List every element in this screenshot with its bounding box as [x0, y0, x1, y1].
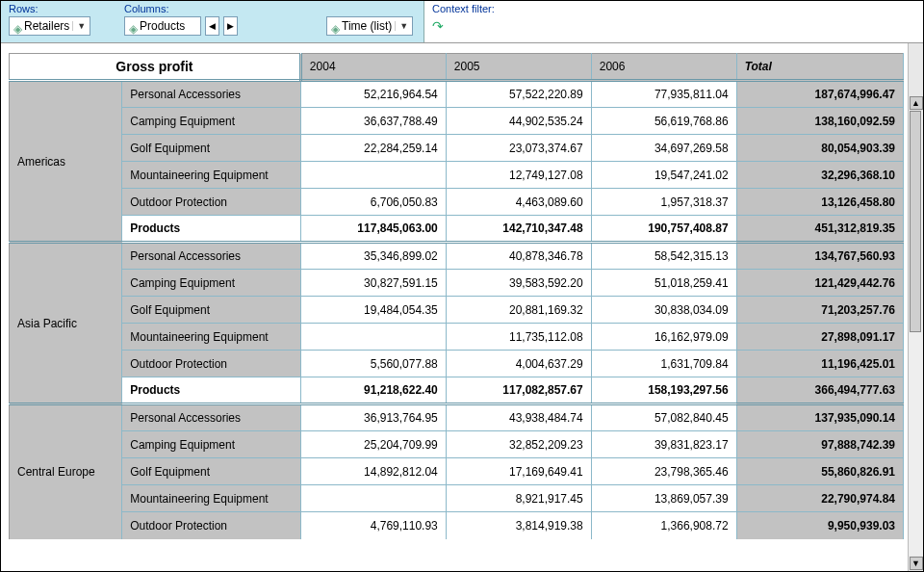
data-cell[interactable]: 8,921,917.45: [446, 485, 591, 512]
data-cell[interactable]: 14,892,812.04: [300, 458, 446, 485]
data-cell[interactable]: 4,769,110.93: [300, 512, 446, 539]
chevron-down-icon[interactable]: ▼: [72, 21, 86, 31]
data-cell[interactable]: [300, 485, 446, 512]
row-header[interactable]: Golf Equipment: [122, 135, 301, 162]
data-cell[interactable]: 4,004,637.29: [446, 351, 591, 377]
data-cell[interactable]: 34,697,269.58: [591, 135, 736, 162]
chevron-down-icon[interactable]: ▼: [395, 21, 408, 31]
row-total[interactable]: 97,888,742.39: [736, 431, 903, 458]
data-cell[interactable]: 39,583,592.20: [446, 270, 591, 297]
rows-pill-retailers[interactable]: ◈ Retailers ▼: [9, 16, 90, 36]
subtotal-cell[interactable]: 158,193,297.56: [591, 377, 736, 404]
data-cell[interactable]: [300, 162, 446, 189]
data-cell[interactable]: 5,560,077.88: [300, 351, 446, 377]
region-header[interactable]: Central Europe: [10, 404, 122, 539]
scrollbar-thumb[interactable]: [910, 111, 921, 332]
data-cell[interactable]: 39,831,823.17: [591, 431, 736, 458]
row-header[interactable]: Outdoor Protection: [122, 351, 301, 377]
data-cell[interactable]: 1,957,318.37: [591, 189, 736, 216]
row-total[interactable]: 55,860,826.91: [736, 458, 903, 485]
row-header[interactable]: Camping Equipment: [122, 108, 301, 135]
row-header[interactable]: Golf Equipment: [122, 458, 301, 485]
col-header[interactable]: 2005: [446, 54, 591, 81]
row-header[interactable]: Camping Equipment: [122, 431, 301, 458]
row-total[interactable]: 134,767,560.93: [736, 243, 903, 270]
scroll-up-icon[interactable]: ▲: [910, 96, 923, 110]
data-cell[interactable]: 58,542,315.13: [591, 243, 736, 270]
data-cell[interactable]: 20,881,169.32: [446, 297, 591, 324]
data-cell[interactable]: 32,852,209.23: [446, 431, 591, 458]
data-cell[interactable]: 11,735,112.08: [446, 324, 591, 351]
data-cell[interactable]: 12,749,127.08: [446, 162, 591, 189]
row-total[interactable]: 13,126,458.80: [736, 189, 903, 216]
data-cell[interactable]: [300, 324, 446, 351]
subtotal-cell[interactable]: 91,218,622.40: [300, 377, 446, 404]
data-cell[interactable]: 30,827,591.15: [300, 270, 446, 297]
row-total[interactable]: 138,160,092.59: [736, 108, 903, 135]
subtotal-cell[interactable]: 117,082,857.67: [446, 377, 591, 404]
data-cell[interactable]: 57,082,840.45: [591, 404, 736, 431]
data-cell[interactable]: 19,547,241.02: [591, 162, 736, 189]
scroll-down-icon[interactable]: ▼: [910, 557, 923, 570]
row-header[interactable]: Personal Accessories: [122, 81, 301, 108]
row-total[interactable]: 32,296,368.10: [736, 162, 903, 189]
subtotal-label[interactable]: Products: [122, 216, 301, 243]
subtotal-cell[interactable]: 142,710,347.48: [446, 216, 591, 243]
row-header[interactable]: Outdoor Protection: [122, 189, 301, 216]
vertical-scrollbar[interactable]: ▲ ▼: [908, 43, 923, 571]
row-header[interactable]: Outdoor Protection: [122, 512, 301, 539]
data-cell[interactable]: 56,619,768.86: [591, 108, 736, 135]
data-cell[interactable]: 44,902,535.24: [446, 108, 591, 135]
data-cell[interactable]: 36,637,788.49: [300, 108, 446, 135]
cols-pill-products[interactable]: ◈ Products: [124, 16, 201, 36]
data-cell[interactable]: 52,216,964.54: [300, 81, 446, 108]
data-cell[interactable]: 35,346,899.02: [300, 243, 446, 270]
subtotal-total[interactable]: 366,494,777.63: [736, 377, 903, 404]
row-total[interactable]: 71,203,257.76: [736, 297, 903, 324]
data-cell[interactable]: 57,522,220.89: [446, 81, 591, 108]
row-total[interactable]: 137,935,090.14: [736, 404, 903, 431]
row-total[interactable]: 9,950,939.03: [736, 512, 903, 539]
data-cell[interactable]: 25,204,709.99: [300, 431, 446, 458]
col-header[interactable]: 2004: [300, 54, 446, 81]
data-cell[interactable]: 4,463,089.60: [446, 189, 591, 216]
data-cell[interactable]: 6,706,050.83: [300, 189, 446, 216]
data-cell[interactable]: 16,162,979.09: [591, 324, 736, 351]
row-header[interactable]: Personal Accessories: [122, 404, 301, 431]
row-total[interactable]: 121,429,442.76: [736, 270, 903, 297]
col-header[interactable]: 2006: [591, 54, 736, 81]
subtotal-cell[interactable]: 190,757,408.87: [591, 216, 736, 243]
row-total[interactable]: 187,674,996.47: [736, 81, 903, 108]
row-header[interactable]: Golf Equipment: [122, 297, 301, 324]
row-header[interactable]: Mountaineering Equipment: [122, 485, 301, 512]
data-cell[interactable]: 1,366,908.72: [591, 512, 736, 539]
measure-corner[interactable]: Gross profit: [10, 54, 301, 81]
row-total[interactable]: 11,196,425.01: [736, 351, 903, 377]
subtotal-total[interactable]: 451,312,819.35: [736, 216, 903, 243]
col-header-total[interactable]: Total: [736, 54, 903, 81]
data-cell[interactable]: 23,073,374.67: [446, 135, 591, 162]
row-total[interactable]: 80,054,903.39: [736, 135, 903, 162]
subtotal-cell[interactable]: 117,845,063.00: [300, 216, 446, 243]
data-cell[interactable]: 51,018,259.41: [591, 270, 736, 297]
row-header[interactable]: Mountaineering Equipment: [122, 162, 301, 189]
data-cell[interactable]: 43,938,484.74: [446, 404, 591, 431]
data-cell[interactable]: 23,798,365.46: [591, 458, 736, 485]
data-cell[interactable]: 30,838,034.09: [591, 297, 736, 324]
cols-pill-time[interactable]: ◈ Time (list) ▼: [326, 16, 413, 36]
row-header[interactable]: Personal Accessories: [122, 243, 301, 270]
row-total[interactable]: 22,790,974.84: [736, 485, 903, 512]
row-header[interactable]: Camping Equipment: [122, 270, 301, 297]
data-cell[interactable]: 13,869,057.39: [591, 485, 736, 512]
subtotal-label[interactable]: Products: [122, 377, 301, 404]
context-arrow-icon[interactable]: ↷: [432, 16, 915, 34]
region-header[interactable]: Americas: [10, 81, 122, 243]
data-cell[interactable]: 17,169,649.41: [446, 458, 591, 485]
data-cell[interactable]: 36,913,764.95: [300, 404, 446, 431]
data-cell[interactable]: 19,484,054.35: [300, 297, 446, 324]
data-cell[interactable]: 3,814,919.38: [446, 512, 591, 539]
data-cell[interactable]: 22,284,259.14: [300, 135, 446, 162]
data-cell[interactable]: 1,631,709.84: [591, 351, 736, 377]
row-total[interactable]: 27,898,091.17: [736, 324, 903, 351]
data-cell[interactable]: 77,935,811.04: [591, 81, 736, 108]
